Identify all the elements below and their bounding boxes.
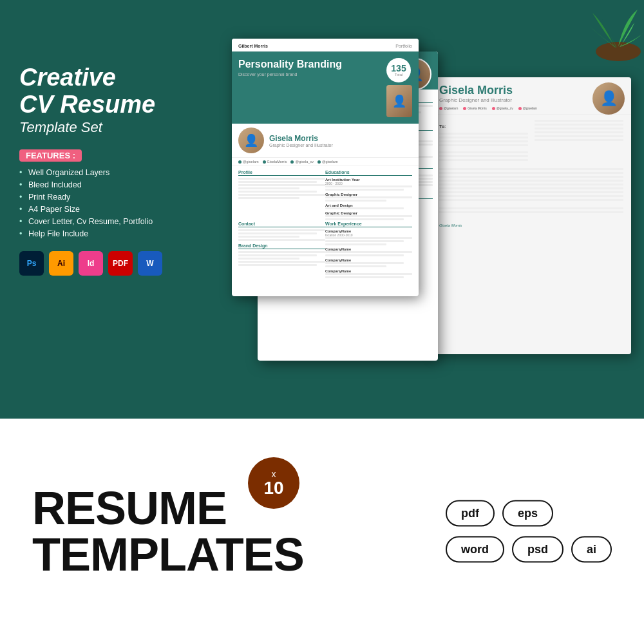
feature-item: Bleed Included: [19, 180, 206, 189]
indesign-icon: Id: [79, 251, 103, 276]
count-badge: x 10: [248, 457, 299, 509]
word-icon: W: [138, 251, 162, 276]
software-icons: Ps Ai Id PDF W: [19, 251, 206, 276]
front-person-name: Gisela Morris: [269, 134, 333, 143]
front-body: Profile Educations Art Institution Year …: [232, 166, 419, 283]
top-section: Creative CV Resume Template Set FEATURES…: [0, 0, 644, 419]
front-name: Gilbert Morris: [238, 44, 268, 48]
feature-item: Print Ready: [19, 193, 206, 202]
front-person-photo: 👤: [386, 85, 412, 117]
format-psd: psd: [512, 536, 564, 563]
pdf-icon: PDF: [108, 251, 133, 276]
feature-item: Help File Include: [19, 229, 206, 238]
format-pdf: pdf: [446, 500, 495, 527]
illustrator-icon: Ai: [49, 251, 73, 276]
front-teal-section: Personality Branding Discover your perso…: [232, 52, 419, 124]
front-portfolio: Portfolio: [395, 44, 412, 48]
front-number: 135: [391, 64, 406, 73]
format-eps: eps: [502, 500, 553, 527]
feature-item: A4 Paper Size: [19, 205, 206, 214]
front-person-img: 👤: [238, 128, 264, 153]
title-line3: Template Set: [19, 118, 206, 137]
left-content: Creative CV Resume Template Set FEATURES…: [19, 64, 206, 276]
front-person-section: 👤 Gisela Morris Graphic Designer and Ill…: [232, 124, 419, 158]
features-label: FEATURES :: [19, 149, 82, 162]
card-back: 👤 Gisela Morris Graphic Designer and Ill…: [431, 77, 631, 354]
back-card-photo: 👤: [592, 82, 625, 115]
format-word: word: [446, 536, 504, 563]
feature-item: Well Organized Layers: [19, 168, 206, 177]
title-line1: Creative: [19, 64, 206, 91]
format-ai: ai: [571, 536, 612, 563]
front-social-row: @giselam GiselaMorris @gisela_cv @gisela…: [232, 158, 419, 166]
front-number-badge: 135 Total: [386, 58, 411, 82]
feature-item: Cover Letter, Cv Resume, Portfolio: [19, 217, 206, 226]
front-title: Personality Branding: [238, 58, 342, 70]
bottom-section: RESUME TEMPLATES x 10 pdf eps word psd a…: [0, 419, 644, 644]
photoshop-icon: Ps: [19, 251, 44, 276]
title-line2: CV Resume: [19, 91, 206, 118]
front-card-header: Gilbert Morris Portfolio: [232, 39, 419, 52]
preview-area: 👤 Gisela Morris Graphic Designer and Ill…: [232, 39, 631, 406]
feature-list: Well Organized Layers Bleed Included Pri…: [19, 168, 206, 238]
front-person-title: Graphic Designer and Illustrator: [269, 143, 333, 147]
front-total: Total: [395, 73, 403, 77]
back-card-body: To:: [431, 115, 631, 234]
format-badges: pdf eps word psd ai: [446, 500, 612, 563]
count-number: 10: [263, 479, 283, 497]
bottom-title-line2: TEMPLATES: [32, 531, 304, 578]
format-row-1: pdf eps: [446, 500, 612, 527]
card-front: Gilbert Morris Portfolio Personality Bra…: [232, 39, 419, 296]
front-subtitle: Discover your personal brand: [238, 72, 342, 77]
format-row-2: word psd ai: [446, 536, 612, 563]
